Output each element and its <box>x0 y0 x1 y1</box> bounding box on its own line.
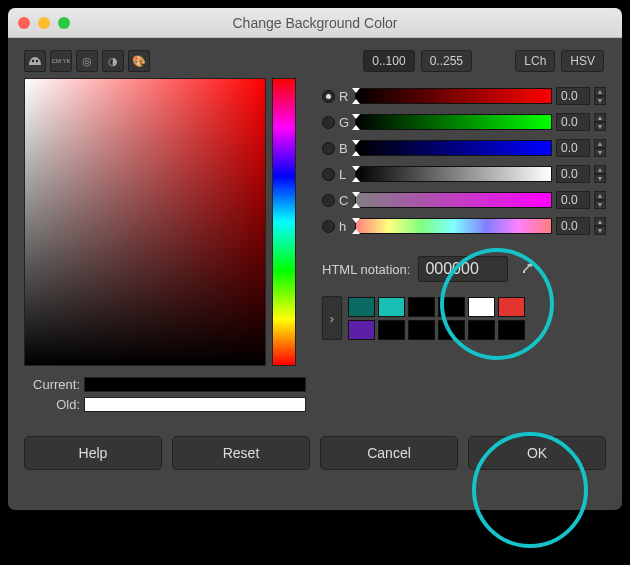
cancel-button[interactable]: Cancel <box>320 436 458 470</box>
palette-selector-icon[interactable]: 🎨 <box>128 50 150 72</box>
window-controls <box>8 17 70 29</box>
channel-spinner-h[interactable]: ▲▼ <box>594 217 606 235</box>
titlebar: Change Background Color <box>8 8 622 38</box>
watercolor-selector-icon[interactable]: ◎ <box>76 50 98 72</box>
channel-value-l[interactable]: 0.0 <box>556 165 590 183</box>
channel-spinner-b[interactable]: ▲▼ <box>594 139 606 157</box>
palette-swatch[interactable] <box>498 297 525 317</box>
old-color-swatch[interactable] <box>84 397 306 412</box>
scale-255-button[interactable]: 0..255 <box>421 50 472 72</box>
palette-swatch[interactable] <box>348 320 375 340</box>
channel-slider-c[interactable] <box>355 192 552 208</box>
scale-100-button[interactable]: 0..100 <box>363 50 414 72</box>
palette-swatch[interactable] <box>408 320 435 340</box>
dialog-content: CM YK ◎ ◑ 🎨 0..100 0..255 LCh HSV <box>8 38 622 484</box>
color-history-palette <box>348 297 525 340</box>
channel-label: R <box>339 89 351 104</box>
current-color-swatch <box>84 377 306 392</box>
channel-label: h <box>339 219 351 234</box>
scale-buttons: 0..100 0..255 <box>363 50 472 72</box>
channel-slider-g[interactable] <box>355 114 552 130</box>
dialog-window: Change Background Color CM YK ◎ ◑ 🎨 0..1… <box>8 8 622 510</box>
palette-swatch[interactable] <box>378 297 405 317</box>
channel-radio-l[interactable] <box>322 168 335 181</box>
close-icon[interactable] <box>18 17 30 29</box>
palette-swatch[interactable] <box>378 320 405 340</box>
channel-label: B <box>339 141 351 156</box>
channel-spinner-l[interactable]: ▲▼ <box>594 165 606 183</box>
palette-swatch[interactable] <box>348 297 375 317</box>
ok-button[interactable]: OK <box>468 436 606 470</box>
palette-swatch[interactable] <box>468 297 495 317</box>
channel-spinner-g[interactable]: ▲▼ <box>594 113 606 131</box>
channel-row-c: C0.0▲▼ <box>322 188 606 212</box>
channel-label: C <box>339 193 351 208</box>
channel-row-h: h0.0▲▼ <box>322 214 606 238</box>
reset-button[interactable]: Reset <box>172 436 310 470</box>
eyedropper-icon[interactable] <box>516 258 538 280</box>
channel-slider-r[interactable] <box>355 88 552 104</box>
color-selector-tabs: CM YK ◎ ◑ 🎨 <box>24 50 150 72</box>
lch-button[interactable]: LCh <box>515 50 555 72</box>
svg-point-1 <box>36 60 38 62</box>
channel-row-b: B0.0▲▼ <box>322 136 606 160</box>
cmyk-selector-icon[interactable]: CM YK <box>50 50 72 72</box>
channel-radio-r[interactable] <box>322 90 335 103</box>
channel-value-c[interactable]: 0.0 <box>556 191 590 209</box>
svg-point-0 <box>32 60 34 62</box>
palette-expand-button[interactable]: › <box>322 296 342 340</box>
palette-swatch[interactable] <box>438 320 465 340</box>
channel-spinner-r[interactable]: ▲▼ <box>594 87 606 105</box>
color-field[interactable] <box>24 78 266 366</box>
channel-radio-g[interactable] <box>322 116 335 129</box>
channel-row-g: G0.0▲▼ <box>322 110 606 134</box>
channel-slider-l[interactable] <box>355 166 552 182</box>
palette-swatch[interactable] <box>408 297 435 317</box>
channel-value-g[interactable]: 0.0 <box>556 113 590 131</box>
channel-spinner-c[interactable]: ▲▼ <box>594 191 606 209</box>
model-buttons: LCh HSV <box>515 50 604 72</box>
channel-radio-c[interactable] <box>322 194 335 207</box>
zoom-icon[interactable] <box>58 17 70 29</box>
channel-sliders: R0.0▲▼G0.0▲▼B0.0▲▼L0.0▲▼C0.0▲▼h0.0▲▼ <box>322 84 606 238</box>
channel-value-h[interactable]: 0.0 <box>556 217 590 235</box>
html-notation-input[interactable] <box>418 256 508 282</box>
channel-slider-h[interactable] <box>355 218 552 234</box>
help-button[interactable]: Help <box>24 436 162 470</box>
palette-swatch[interactable] <box>468 320 495 340</box>
channel-label: G <box>339 115 351 130</box>
minimize-icon[interactable] <box>38 17 50 29</box>
channel-row-r: R0.0▲▼ <box>322 84 606 108</box>
window-title: Change Background Color <box>233 15 398 31</box>
channel-slider-b[interactable] <box>355 140 552 156</box>
channel-label: L <box>339 167 351 182</box>
hsv-button[interactable]: HSV <box>561 50 604 72</box>
channel-value-b[interactable]: 0.0 <box>556 139 590 157</box>
wheel-selector-icon[interactable]: ◑ <box>102 50 124 72</box>
old-label: Old: <box>24 397 84 412</box>
hue-slider[interactable] <box>272 78 296 366</box>
channel-radio-b[interactable] <box>322 142 335 155</box>
channel-value-r[interactable]: 0.0 <box>556 87 590 105</box>
current-label: Current: <box>24 377 84 392</box>
gimp-selector-icon[interactable] <box>24 50 46 72</box>
html-notation-label: HTML notation: <box>322 262 410 277</box>
palette-swatch[interactable] <box>498 320 525 340</box>
palette-swatch[interactable] <box>438 297 465 317</box>
channel-radio-h[interactable] <box>322 220 335 233</box>
channel-row-l: L0.0▲▼ <box>322 162 606 186</box>
